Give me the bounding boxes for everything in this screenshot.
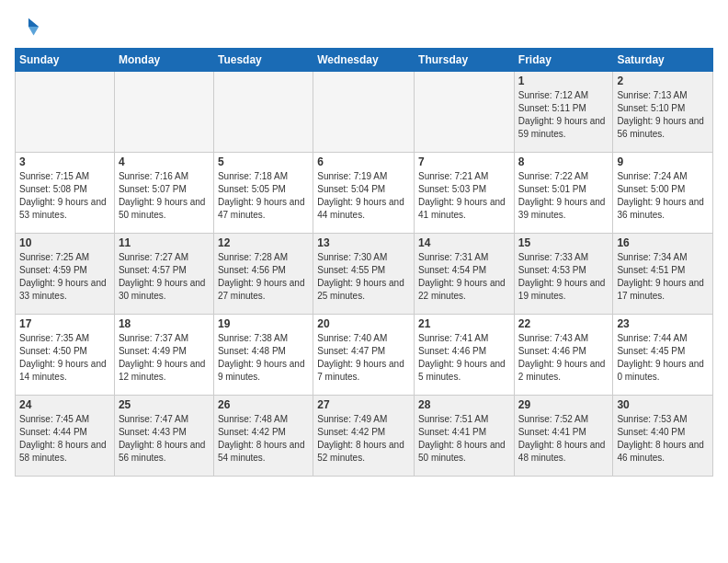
day-info: Sunrise: 7:24 AMSunset: 5:00 PMDaylight:… (617, 170, 709, 222)
day-number: 8 (518, 155, 609, 168)
weekday-header: Saturday (613, 49, 713, 72)
calendar-day-cell (213, 72, 313, 153)
day-number: 26 (218, 398, 309, 411)
day-info: Sunrise: 7:16 AMSunset: 5:07 PMDaylight:… (119, 170, 210, 222)
day-number: 15 (518, 236, 609, 249)
calendar-day-cell: 5Sunrise: 7:18 AMSunset: 5:05 PMDaylight… (213, 153, 313, 234)
day-number: 1 (518, 75, 609, 87)
day-info: Sunrise: 7:45 AMSunset: 4:44 PMDaylight:… (19, 413, 110, 465)
day-info: Sunrise: 7:21 AMSunset: 5:03 PMDaylight:… (418, 170, 510, 222)
weekday-header: Monday (114, 49, 213, 72)
day-number: 7 (418, 155, 510, 168)
calendar-day-cell: 27Sunrise: 7:49 AMSunset: 4:42 PMDayligh… (313, 396, 415, 477)
day-info: Sunrise: 7:27 AMSunset: 4:57 PMDaylight:… (119, 251, 210, 303)
day-info: Sunrise: 7:41 AMSunset: 4:46 PMDaylight:… (418, 332, 510, 384)
day-number: 18 (119, 317, 210, 330)
day-info: Sunrise: 7:43 AMSunset: 4:46 PMDaylight:… (518, 332, 609, 384)
day-number: 5 (218, 155, 309, 168)
day-info: Sunrise: 7:25 AMSunset: 4:59 PMDaylight:… (19, 251, 110, 303)
day-info: Sunrise: 7:48 AMSunset: 4:42 PMDaylight:… (218, 413, 309, 465)
day-info: Sunrise: 7:13 AMSunset: 5:10 PMDaylight:… (617, 89, 709, 141)
calendar-week-row: 1Sunrise: 7:12 AMSunset: 5:11 PMDaylight… (16, 72, 713, 153)
day-info: Sunrise: 7:49 AMSunset: 4:42 PMDaylight:… (317, 413, 410, 465)
calendar-day-cell: 10Sunrise: 7:25 AMSunset: 4:59 PMDayligh… (16, 234, 115, 315)
calendar-day-cell: 21Sunrise: 7:41 AMSunset: 4:46 PMDayligh… (415, 315, 515, 396)
calendar-day-cell: 9Sunrise: 7:24 AMSunset: 5:00 PMDaylight… (613, 153, 713, 234)
calendar-day-cell (114, 72, 213, 153)
calendar-day-cell: 29Sunrise: 7:52 AMSunset: 4:41 PMDayligh… (514, 396, 613, 477)
weekday-header: Tuesday (213, 49, 313, 72)
day-info: Sunrise: 7:12 AMSunset: 5:11 PMDaylight:… (518, 89, 609, 141)
weekday-header: Friday (514, 49, 613, 72)
calendar-day-cell: 15Sunrise: 7:33 AMSunset: 4:53 PMDayligh… (514, 234, 613, 315)
calendar-day-cell: 12Sunrise: 7:28 AMSunset: 4:56 PMDayligh… (213, 234, 313, 315)
page-container: SundayMondayTuesdayWednesdayThursdayFrid… (0, 0, 728, 484)
day-info: Sunrise: 7:33 AMSunset: 4:53 PMDaylight:… (518, 251, 609, 303)
calendar-day-cell: 2Sunrise: 7:13 AMSunset: 5:10 PMDaylight… (613, 72, 713, 153)
day-info: Sunrise: 7:28 AMSunset: 4:56 PMDaylight:… (218, 251, 309, 303)
day-info: Sunrise: 7:37 AMSunset: 4:49 PMDaylight:… (119, 332, 210, 384)
day-number: 2 (617, 75, 709, 87)
calendar-day-cell: 11Sunrise: 7:27 AMSunset: 4:57 PMDayligh… (114, 234, 213, 315)
day-number: 20 (317, 317, 410, 330)
day-number: 17 (19, 317, 110, 330)
day-info: Sunrise: 7:38 AMSunset: 4:48 PMDaylight:… (218, 332, 309, 384)
calendar-header-row: SundayMondayTuesdayWednesdayThursdayFrid… (16, 49, 713, 72)
day-number: 16 (617, 236, 709, 249)
day-number: 24 (19, 398, 110, 411)
day-number: 28 (418, 398, 510, 411)
page-header (15, 15, 713, 40)
day-number: 19 (218, 317, 309, 330)
calendar-day-cell: 20Sunrise: 7:40 AMSunset: 4:47 PMDayligh… (313, 315, 415, 396)
calendar-day-cell: 25Sunrise: 7:47 AMSunset: 4:43 PMDayligh… (114, 396, 213, 477)
day-number: 22 (518, 317, 609, 330)
day-info: Sunrise: 7:15 AMSunset: 5:08 PMDaylight:… (19, 170, 110, 222)
calendar-week-row: 17Sunrise: 7:35 AMSunset: 4:50 PMDayligh… (16, 315, 713, 396)
day-number: 30 (617, 398, 709, 411)
calendar-day-cell: 30Sunrise: 7:53 AMSunset: 4:40 PMDayligh… (613, 396, 713, 477)
day-number: 9 (617, 155, 709, 168)
calendar-day-cell: 6Sunrise: 7:19 AMSunset: 5:04 PMDaylight… (313, 153, 415, 234)
calendar-day-cell (415, 72, 515, 153)
logo (15, 15, 44, 40)
calendar-table: SundayMondayTuesdayWednesdayThursdayFrid… (15, 48, 713, 477)
calendar-week-row: 10Sunrise: 7:25 AMSunset: 4:59 PMDayligh… (16, 234, 713, 315)
calendar-day-cell: 8Sunrise: 7:22 AMSunset: 5:01 PMDaylight… (514, 153, 613, 234)
weekday-header: Wednesday (313, 49, 415, 72)
calendar-day-cell: 7Sunrise: 7:21 AMSunset: 5:03 PMDaylight… (415, 153, 515, 234)
calendar-day-cell: 19Sunrise: 7:38 AMSunset: 4:48 PMDayligh… (213, 315, 313, 396)
calendar-day-cell: 16Sunrise: 7:34 AMSunset: 4:51 PMDayligh… (613, 234, 713, 315)
day-number: 23 (617, 317, 709, 330)
day-number: 4 (119, 155, 210, 168)
calendar-day-cell (313, 72, 415, 153)
calendar-day-cell: 24Sunrise: 7:45 AMSunset: 4:44 PMDayligh… (16, 396, 115, 477)
day-number: 14 (418, 236, 510, 249)
day-info: Sunrise: 7:22 AMSunset: 5:01 PMDaylight:… (518, 170, 609, 222)
calendar-day-cell: 14Sunrise: 7:31 AMSunset: 4:54 PMDayligh… (415, 234, 515, 315)
day-info: Sunrise: 7:34 AMSunset: 4:51 PMDaylight:… (617, 251, 709, 303)
day-info: Sunrise: 7:53 AMSunset: 4:40 PMDaylight:… (617, 413, 709, 465)
day-number: 10 (19, 236, 110, 249)
calendar-day-cell: 3Sunrise: 7:15 AMSunset: 5:08 PMDaylight… (16, 153, 115, 234)
day-number: 29 (518, 398, 609, 411)
calendar-day-cell: 4Sunrise: 7:16 AMSunset: 5:07 PMDaylight… (114, 153, 213, 234)
day-info: Sunrise: 7:47 AMSunset: 4:43 PMDaylight:… (119, 413, 210, 465)
day-info: Sunrise: 7:18 AMSunset: 5:05 PMDaylight:… (218, 170, 309, 222)
day-info: Sunrise: 7:51 AMSunset: 4:41 PMDaylight:… (418, 413, 510, 465)
calendar-day-cell: 22Sunrise: 7:43 AMSunset: 4:46 PMDayligh… (514, 315, 613, 396)
calendar-day-cell: 17Sunrise: 7:35 AMSunset: 4:50 PMDayligh… (16, 315, 115, 396)
calendar-day-cell: 1Sunrise: 7:12 AMSunset: 5:11 PMDaylight… (514, 72, 613, 153)
weekday-header: Sunday (16, 49, 115, 72)
calendar-day-cell: 26Sunrise: 7:48 AMSunset: 4:42 PMDayligh… (213, 396, 313, 477)
day-number: 27 (317, 398, 410, 411)
calendar-day-cell: 18Sunrise: 7:37 AMSunset: 4:49 PMDayligh… (114, 315, 213, 396)
day-info: Sunrise: 7:44 AMSunset: 4:45 PMDaylight:… (617, 332, 709, 384)
day-info: Sunrise: 7:19 AMSunset: 5:04 PMDaylight:… (317, 170, 410, 222)
calendar-day-cell: 13Sunrise: 7:30 AMSunset: 4:55 PMDayligh… (313, 234, 415, 315)
weekday-header: Thursday (415, 49, 515, 72)
calendar-day-cell: 23Sunrise: 7:44 AMSunset: 4:45 PMDayligh… (613, 315, 713, 396)
calendar-day-cell: 28Sunrise: 7:51 AMSunset: 4:41 PMDayligh… (415, 396, 515, 477)
day-info: Sunrise: 7:40 AMSunset: 4:47 PMDaylight:… (317, 332, 410, 384)
day-number: 13 (317, 236, 410, 249)
day-number: 21 (418, 317, 510, 330)
